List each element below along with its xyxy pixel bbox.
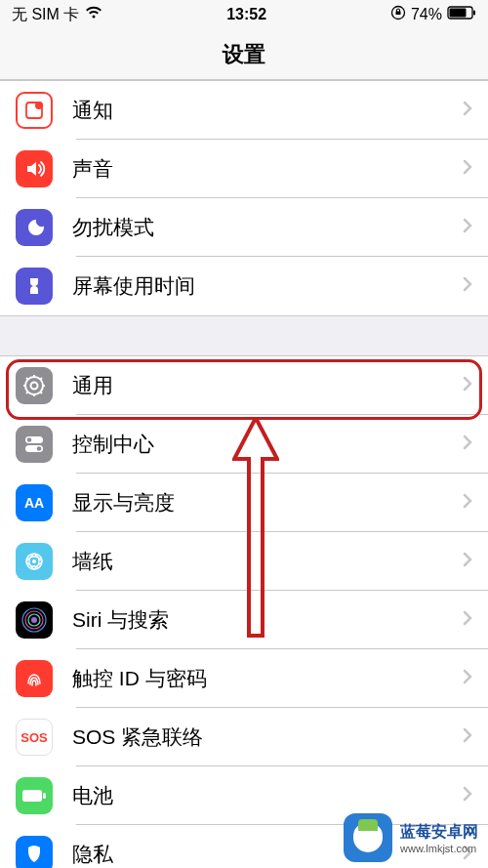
- chevron-right-icon: [463, 376, 472, 395]
- row-label: SOS 紧急联络: [72, 723, 463, 751]
- clock-text: 13:52: [226, 6, 266, 23]
- page-header: 设置: [0, 29, 488, 80]
- status-left: 无 SIM 卡: [12, 5, 102, 25]
- sounds-icon: [16, 150, 53, 187]
- row-sos[interactable]: SOS SOS 紧急联络: [0, 708, 488, 766]
- row-label: Siri 与搜索: [72, 606, 463, 634]
- row-label: 显示与亮度: [72, 489, 463, 517]
- svg-point-5: [35, 102, 43, 109]
- battery-text: 74%: [411, 6, 442, 23]
- section-gap: [0, 316, 488, 355]
- control-center-icon: [16, 426, 53, 463]
- wallpaper-icon: [16, 543, 53, 580]
- svg-point-21: [32, 559, 36, 563]
- privacy-icon: [16, 836, 53, 868]
- settings-group-1: 通知 声音 勿扰模式 屏幕使用时间: [0, 80, 488, 316]
- svg-rect-3: [473, 11, 475, 16]
- svg-line-13: [40, 392, 42, 393]
- row-dnd[interactable]: 勿扰模式: [0, 198, 488, 257]
- watermark-title: 蓝莓安卓网: [400, 822, 478, 843]
- chevron-right-icon: [463, 159, 472, 179]
- row-touchid[interactable]: 触控 ID 与密码: [0, 649, 488, 708]
- chevron-right-icon: [463, 493, 472, 513]
- row-label: 触控 ID 与密码: [72, 665, 463, 692]
- watermark-logo-icon: [344, 813, 392, 862]
- touchid-icon: [16, 660, 53, 697]
- chevron-right-icon: [463, 727, 472, 747]
- row-display[interactable]: AA 显示与亮度: [0, 474, 488, 532]
- status-right: 74%: [390, 5, 476, 24]
- svg-point-25: [31, 617, 37, 623]
- svg-line-12: [26, 378, 28, 380]
- row-label: 通知: [72, 97, 463, 124]
- sos-text: SOS: [20, 730, 47, 745]
- svg-rect-27: [43, 793, 46, 799]
- svg-line-15: [40, 378, 42, 380]
- chevron-right-icon: [463, 101, 472, 120]
- chevron-right-icon: [463, 434, 472, 454]
- svg-rect-2: [449, 9, 466, 18]
- svg-point-7: [31, 383, 38, 390]
- row-label: 电池: [72, 782, 463, 809]
- notifications-icon: [16, 92, 53, 129]
- chevron-right-icon: [463, 218, 472, 237]
- row-label: 墙纸: [72, 548, 463, 575]
- settings-group-2: 通用 控制中心 AA 显示与亮度 墙纸 Siri 与搜索 触控 ID 与密码: [0, 355, 488, 868]
- row-label: 屏幕使用时间: [72, 272, 463, 300]
- chevron-right-icon: [463, 786, 472, 806]
- page-title: 设置: [223, 40, 265, 69]
- row-general[interactable]: 通用: [0, 356, 488, 415]
- row-label: 声音: [72, 155, 463, 183]
- row-label: 控制中心: [72, 431, 463, 458]
- orientation-lock-icon: [390, 5, 406, 24]
- watermark: 蓝莓安卓网 www.lmkjst.com: [334, 807, 488, 868]
- svg-point-19: [37, 446, 42, 451]
- sos-icon: SOS: [16, 719, 53, 756]
- battery-settings-icon: [16, 777, 53, 814]
- row-siri[interactable]: Siri 与搜索: [0, 591, 488, 649]
- row-control-center[interactable]: 控制中心: [0, 415, 488, 474]
- svg-rect-26: [22, 790, 42, 802]
- aa-text: AA: [24, 495, 44, 511]
- screentime-icon: [16, 268, 53, 305]
- wifi-icon: [85, 6, 102, 23]
- display-icon: AA: [16, 484, 53, 521]
- row-sounds[interactable]: 声音: [0, 140, 488, 198]
- chevron-right-icon: [463, 669, 472, 688]
- row-screentime[interactable]: 屏幕使用时间: [0, 257, 488, 315]
- row-notifications[interactable]: 通知: [0, 81, 488, 140]
- row-label: 勿扰模式: [72, 214, 463, 241]
- row-wallpaper[interactable]: 墙纸: [0, 532, 488, 591]
- svg-point-17: [27, 437, 32, 442]
- watermark-text-block: 蓝莓安卓网 www.lmkjst.com: [400, 822, 478, 854]
- chevron-right-icon: [463, 552, 472, 571]
- row-label: 通用: [72, 372, 463, 399]
- carrier-text: 无 SIM 卡: [12, 5, 79, 25]
- dnd-icon: [16, 209, 53, 246]
- battery-icon: [447, 6, 476, 23]
- watermark-url: www.lmkjst.com: [400, 843, 478, 854]
- siri-icon: [16, 601, 53, 639]
- general-icon: [16, 367, 53, 404]
- svg-line-14: [26, 392, 28, 393]
- status-bar: 无 SIM 卡 13:52 74%: [0, 0, 488, 29]
- chevron-right-icon: [463, 276, 472, 296]
- chevron-right-icon: [463, 610, 472, 630]
